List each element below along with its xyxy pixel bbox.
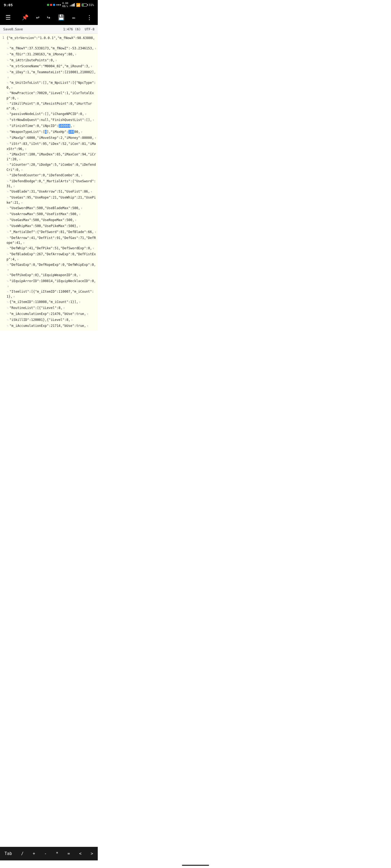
line-content: ⤷"DefWhip":41,"DefPike":51,"DefSwordExp"…: [6, 246, 98, 251]
wifi-icon: 📶: [76, 3, 80, 7]
file-bar: Save0.Save 1:476 (6) UTF-8: [0, 25, 98, 34]
line-number: 1: [0, 35, 6, 40]
line-number: [0, 299, 6, 300]
code-line: ⤷"UseArrowMax":500,"UseFistMax":500,↗: [0, 211, 98, 217]
line-number: [0, 123, 6, 124]
line-number: [0, 229, 6, 230]
code-line: ⤷"passiveNodeList":[],"iChangeNPCID":0,↗: [0, 111, 98, 117]
line-number: [0, 195, 6, 195]
line-content: ⤷"WeaponTypeList":[4],"iMaxHp":18000,↗: [6, 129, 98, 135]
line-number: [0, 235, 6, 236]
code-line: ⤷"DefGasExp":0,"DefRopeExp":0,"DefWhipEx…: [0, 262, 98, 273]
line-number: [0, 223, 6, 224]
line-content: ⤷"DefArrow":41,"DefFist":91,"DefGas":71,…: [6, 235, 98, 246]
line-content: ⤷"UseWhipMax":500,"UsePikeMax":500},↗: [6, 223, 98, 229]
line-number: [0, 311, 6, 312]
code-line: ⤷"DefWhip":41,"DefPike":51,"DefSwordExp"…: [0, 246, 98, 251]
code-line: ⤷{"m_iItemID":110008,"m_iCount":1}],↗: [0, 299, 98, 305]
line-number: [0, 52, 6, 52]
status-bar: 9:05 0.00KB/s 📶 31%: [0, 0, 98, 10]
line-content: ⤷{"m_iItemID":110008,"m_iCount":1}],↗: [6, 299, 98, 305]
undo-button[interactable]: ↩: [35, 13, 40, 22]
line-content: ⤷"m_fDir":31.290163,"m_iMoney":80,↗: [6, 52, 98, 57]
toolbar-actions: 📌 ↩ ↪ 💾 ✏: [21, 13, 77, 22]
line-content: ⤷"NowPractice":70020,"iLevel":1,"iCurTot…: [6, 90, 98, 101]
code-line: ⤷"m_iDay":1,"m_TeammateList":[210001,210…: [0, 69, 98, 80]
code-line: ⤷"m_iAccumulationExp":21714,"bUse":true,…: [0, 323, 98, 329]
code-line: ⤷"iMaxInt":100,"iMaxDex":65,"iMaxCon":94…: [0, 152, 98, 162]
line-content: ⤷"Itemlist":[{"m_iItemID":110007,"m_iCou…: [6, 289, 98, 300]
code-line: ⤷"iSkillID":120001},{"iLevel":8,↗: [0, 317, 98, 323]
kb-indicator: 0.00KB/s: [62, 2, 68, 8]
line-content: ⤷"strNowDoQuest":null,"FinishQuestList":…: [6, 117, 98, 123]
line-content: ⤷"iStr":83,"iInt":95,"iDex":52,"iCon":81…: [6, 141, 98, 152]
code-line: ⤷"strNowDoQuest":null,"FinishQuestList":…: [0, 117, 98, 123]
code-line: ⤷"m_iAttributePoints":0,↗: [0, 58, 98, 63]
line-content: ⤷"passiveNodeList":[],"iChangeNPCID":0,↗: [6, 111, 98, 117]
line-number: [0, 90, 6, 91]
code-line: ⤷"m_UnitInfoList":[],"m_NpcList":[{"NpcT…: [0, 80, 98, 91]
line-number: [0, 317, 6, 318]
code-line: ⤷"iDefendCounter":0,"iDefendCombo":0,↗: [0, 173, 98, 179]
line-number: [0, 69, 6, 70]
line-number: [0, 262, 6, 262]
line-number: [0, 278, 6, 279]
line-content: ⤷"RoutineList":[{"iLevel":8,↗: [6, 305, 98, 311]
line-content: ⤷"iFinishTime":0,"iNpcID":100004,↗: [6, 123, 98, 129]
line-content: ⤷"iDefendDodge":0,"_MartialArts":{"UseSw…: [6, 179, 98, 189]
edit-button[interactable]: ✏: [71, 13, 77, 22]
code-line: ⤷"UseGasMax":500,"UseRopeMax":500,↗: [0, 217, 98, 223]
code-line: ⤷"WeaponTypeList":[4],"iMaxHp":18000,↗: [0, 129, 98, 135]
line-content: ⤷"iCounter":20,"iDodge":5,"iCombo":0,"iD…: [6, 162, 98, 173]
line-content: ⤷"UseArrowMax":500,"UseFistMax":500,↗: [6, 211, 98, 217]
line-content: ⤷"m_fNowY":37.5338173,"m_fNowZ":-53.2346…: [6, 45, 98, 51]
line-content: ⤷"iSkillPoint":0,"iResistPoint":0,"iHurt…: [6, 101, 98, 112]
line-number: [0, 272, 6, 273]
line-content: ⤷"UseGasMax":500,"UseRopeMax":500,↗: [6, 217, 98, 223]
dot-blue: [53, 4, 55, 6]
line-number: [0, 162, 6, 162]
line-number: [0, 135, 6, 135]
pin-button[interactable]: 📌: [21, 13, 30, 22]
code-line: ⤷"UseSwordMax":500,"UseBladeMax":500,↗: [0, 205, 98, 211]
line-number: [0, 205, 6, 206]
line-content: ⤷"UseGas":95,"UseRope":21,"UseWhip":21,"…: [6, 195, 98, 205]
line-number: [0, 246, 6, 246]
line-content: ⤷"m_iAccumulationExp":21476,"bUse":true,…: [6, 311, 98, 317]
line-number: [0, 63, 6, 64]
dot-red: [50, 4, 52, 6]
line-number: [0, 323, 6, 323]
line-number: [0, 189, 6, 189]
line-number: [0, 289, 6, 289]
line-content: {"m_strVersion":"1.0.0.1","m_fNowX":98.6…: [6, 35, 98, 45]
line-content: ⤷"m_iAttributePoints":0,↗: [6, 58, 98, 63]
line-content: ⤷"iEquipArrorID":100814,"iEquipNecklaceI…: [6, 278, 98, 289]
signal-bars: [69, 3, 75, 6]
code-line: ⤷"DefArrow":41,"DefFist":91,"DefGas":71,…: [0, 235, 98, 246]
line-number: [0, 101, 6, 101]
battery-percent: 31%: [88, 3, 94, 7]
save-button[interactable]: 💾: [57, 13, 66, 22]
code-line: ⤷"m_fDir":31.290163,"m_iMoney":80,↗: [0, 52, 98, 58]
line-number: [0, 58, 6, 58]
more-options-button[interactable]: ⋮: [85, 13, 93, 22]
code-line: ⤷"m_iAccumulationExp":21476,"bUse":true,…: [0, 311, 98, 317]
code-editor[interactable]: 1 {"m_strVersion":"1.0.0.1","m_fNowX":98…: [0, 34, 98, 331]
code-line: 1 {"m_strVersion":"1.0.0.1","m_fNowX":98…: [0, 35, 98, 45]
file-info: 1:476 (6) UTF-8: [63, 27, 94, 31]
redo-button[interactable]: ↪: [46, 13, 51, 22]
code-line: ⤷"iEquipArrorID":100814,"iEquipNecklaceI…: [0, 278, 98, 289]
menu-button[interactable]: ☰: [4, 13, 12, 22]
code-line: ⤷"iSkillPoint":0,"iResistPoint":0,"iHurt…: [0, 101, 98, 112]
code-line: ⤷"DefBladeExp":267,"DefArrowExp":0,"DefF…: [0, 251, 98, 262]
line-number: [0, 251, 6, 252]
line-number: [0, 111, 6, 112]
line-content: ⤷"m_strSceneName":"M0004_02","m_iRound":…: [6, 63, 98, 69]
line-number: [0, 80, 6, 81]
line-content: ⤷"DefGasExp":0,"DefRopeExp":0,"DefWhipEx…: [6, 262, 98, 273]
line-number: [0, 217, 6, 218]
code-line: ⤷"Itemlist":[{"m_iItemID":110007,"m_iCou…: [0, 289, 98, 300]
line-number: [0, 173, 6, 173]
line-number: [0, 179, 6, 179]
dot-green: [47, 4, 49, 6]
